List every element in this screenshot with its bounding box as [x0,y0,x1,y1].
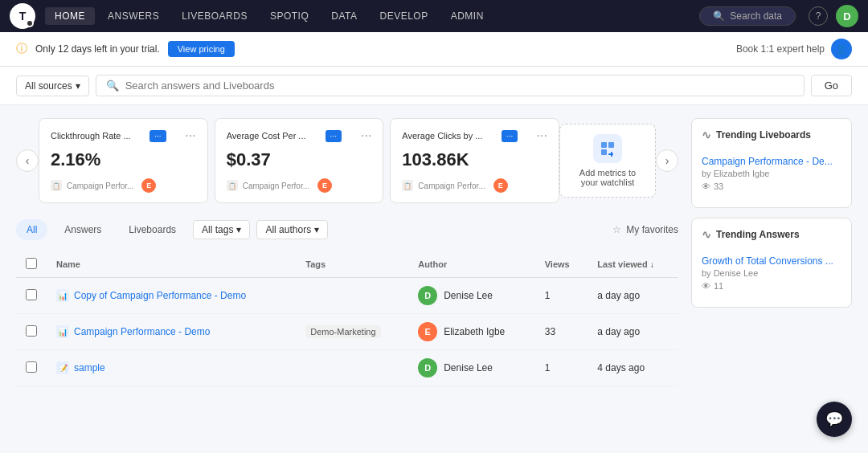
nav-item-spotiq[interactable]: SPOTIQ [260,7,318,25]
favorites-filter[interactable]: ☆ My favorites [612,224,678,235]
metrics-cards: Clickthrough Rate ... ··· ··· 2.16% 📋 Ca… [39,118,559,203]
metric-value: $0.37 [227,149,372,170]
user-avatar[interactable]: D [836,5,858,27]
trending-item-title: Growth of Total Conversions ... [702,255,841,267]
table-row: 📊 Campaign Performance - Demo Demo-Marke… [16,314,678,350]
metric-more-button[interactable]: ··· [361,129,371,143]
source-icon: 📋 [51,180,62,191]
trend-icon: ∿ [702,228,711,241]
metric-source: Campaign Perfor... [418,182,485,190]
row-last-viewed-cell: a day ago [588,278,678,314]
tag-badge: Demo-Marketing [305,325,380,338]
row-checkbox-cell[interactable] [16,278,47,314]
row-tags-cell: Demo-Marketing [296,314,408,350]
filter-row: All Answers Liveboards All tags ▾ All au… [16,219,678,240]
row-tags-cell [296,278,408,314]
item-link[interactable]: 📝 sample [56,361,286,374]
star-icon: ☆ [612,224,621,235]
logo[interactable]: T [10,3,35,29]
trending-liveboard-item[interactable]: Campaign Performance - De... by Elizabet… [702,149,841,198]
chevron-down-icon: ▾ [236,224,241,235]
trending-item-views: 👁 33 [702,182,841,191]
nav-item-admin[interactable]: ADMIN [441,7,493,25]
go-button[interactable]: Go [811,75,852,96]
trial-message: Only 12 days left in your trial. [35,43,160,55]
svg-rect-2 [601,149,607,155]
trending-item-views: 👁 11 [702,281,841,291]
svg-rect-1 [608,142,614,148]
metric-badge: ··· [149,130,166,142]
prev-arrow[interactable]: ‹ [16,149,39,172]
author-avatar: E [317,178,332,193]
author-col-header: Author [408,251,535,278]
item-link[interactable]: 📊 Copy of Campaign Performance - Demo [56,289,286,302]
row-name-cell: 📊 Campaign Performance - Demo [47,314,296,350]
table-row: 📊 Copy of Campaign Performance - Demo D … [16,278,678,314]
item-type-icon: 📊 [56,289,69,302]
search-icon: 🔍 [713,10,725,22]
metric-footer: 📋 Campaign Perfor... E [227,178,372,193]
trending-answer-item[interactable]: Growth of Total Conversions ... by Denis… [702,249,841,297]
svg-rect-0 [601,142,607,148]
nav-item-answers[interactable]: ANSWERS [98,7,169,25]
metric-value: 2.16% [51,149,196,170]
search-input[interactable] [125,80,794,92]
metric-header: Average Cost Per ... ··· ··· [227,129,372,143]
row-author-cell: D Denise Lee [408,278,535,314]
trending-answers-section: ∿ Trending Answers Growth of Total Conve… [691,218,852,308]
next-arrow[interactable]: › [656,149,678,172]
trending-liveboards-section: ∿ Trending Liveboards Campaign Performan… [691,118,852,208]
row-checkbox[interactable] [26,361,37,373]
row-checkbox-cell[interactable] [16,350,47,386]
item-type-icon: 📊 [56,325,69,338]
svg-rect-4 [608,153,613,155]
nav-search-button[interactable]: 🔍 Search data [699,6,796,26]
cursor-indicator [26,19,34,27]
row-checkbox[interactable] [26,325,37,337]
select-all-header[interactable] [16,251,47,278]
filter-tab-all[interactable]: All [16,219,47,240]
row-checkbox-cell[interactable] [16,314,47,350]
table-row: 📝 sample D Denise Lee 1 4 days ago [16,350,678,386]
item-link[interactable]: 📊 Campaign Performance - Demo [56,325,286,338]
row-last-viewed-cell: a day ago [588,314,678,350]
author-avatar: E [493,178,508,193]
metric-value: 103.86K [402,149,547,170]
add-metric-card[interactable]: Add metrics to your watchlist [559,124,656,198]
metric-footer: 📋 Campaign Perfor... E [51,178,196,193]
view-pricing-button[interactable]: View pricing [168,41,235,57]
add-icon [593,134,622,163]
main-content: ‹ Clickthrough Rate ... ··· ··· 2.16% 📋 … [0,105,868,399]
row-checkbox[interactable] [26,289,37,300]
filter-tab-liveboards[interactable]: Liveboards [118,219,186,240]
author-name: Denise Lee [444,290,493,301]
nav-item-data[interactable]: DATA [321,7,366,25]
source-icon: 📋 [402,180,413,191]
row-name-cell: 📊 Copy of Campaign Performance - Demo [47,278,296,314]
select-all-checkbox[interactable] [26,258,37,269]
eye-icon: 👁 [702,182,710,191]
right-panel: ∿ Trending Liveboards Campaign Performan… [691,118,852,386]
help-button[interactable]: ? [809,6,828,26]
item-name: Campaign Performance - Demo [74,326,210,337]
filter-tab-answers[interactable]: Answers [54,219,112,240]
metric-more-button[interactable]: ··· [537,129,547,143]
source-icon: 📋 [227,180,238,191]
metric-more-button[interactable]: ··· [185,129,195,143]
metric-badge: ··· [502,130,518,142]
nav-item-liveboards[interactable]: LIVEBOARDS [172,7,257,25]
trending-liveboards-header: ∿ Trending Liveboards [702,129,841,141]
item-name: Copy of Campaign Performance - Demo [74,290,246,301]
item-type-icon: 📝 [56,361,69,374]
authors-dropdown[interactable]: All authors ▾ [256,220,328,239]
nav-item-develop[interactable]: DEVELOP [370,7,437,25]
item-name: sample [74,362,105,373]
nav-item-home[interactable]: HOME [45,7,95,25]
tags-dropdown[interactable]: All tags ▾ [193,220,250,239]
nav-right: ? D [809,5,858,27]
trend-icon: ∿ [702,129,711,141]
sources-dropdown[interactable]: All sources ▾ [16,76,89,96]
trending-item-author: by Denise Lee [702,268,841,278]
author-name: Denise Lee [444,362,493,373]
metric-badge: ··· [326,130,342,142]
